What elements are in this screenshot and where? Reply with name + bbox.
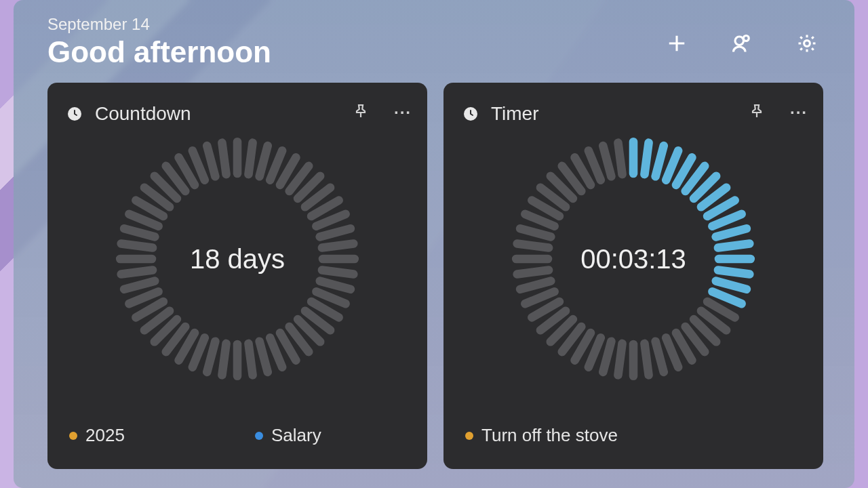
timer-value: 00:03:13 xyxy=(511,137,755,381)
card-actions: ··· xyxy=(746,102,810,123)
gear-icon xyxy=(797,33,817,56)
svg-point-0 xyxy=(735,37,744,45)
tag-label: 2025 xyxy=(85,425,125,446)
more-icon: ··· xyxy=(790,103,808,122)
card-actions: ··· xyxy=(350,102,414,123)
tag-item[interactable]: 2025 xyxy=(66,422,232,449)
sign-in-button[interactable] xyxy=(728,31,755,58)
more-icon: ··· xyxy=(394,103,412,122)
countdown-value: 18 days xyxy=(115,137,359,381)
more-button[interactable]: ··· xyxy=(788,102,810,123)
tag-dot-icon xyxy=(255,432,263,440)
widgets-panel: September 14 Good afternoon xyxy=(14,0,854,488)
timer-widget[interactable]: Timer ··· 00:03:13 Turn off the xyxy=(443,83,823,469)
card-header: Countdown xyxy=(66,103,191,125)
svg-point-2 xyxy=(804,41,810,47)
date-label: September 14 xyxy=(47,15,271,34)
plus-icon xyxy=(667,33,687,56)
pin-button[interactable] xyxy=(350,102,372,123)
tag-item[interactable]: Turn off the stove xyxy=(462,422,628,449)
card-title: Countdown xyxy=(95,103,191,125)
tag-dot-icon xyxy=(465,432,473,440)
pin-icon xyxy=(353,103,369,122)
clock-icon xyxy=(462,106,479,122)
settings-button[interactable] xyxy=(793,31,821,58)
panel-top-actions xyxy=(663,31,821,58)
timer-dial: 00:03:13 xyxy=(511,137,755,381)
tag-item[interactable]: Salary xyxy=(252,422,418,449)
add-widget-button[interactable] xyxy=(663,31,690,58)
more-button[interactable]: ··· xyxy=(392,102,414,123)
widget-cards: Countdown ··· 18 days 2025Salar xyxy=(47,83,823,469)
card-header: Timer xyxy=(462,103,539,125)
pin-icon xyxy=(749,103,765,122)
timer-tags: Turn off the stove xyxy=(462,422,628,449)
tag-dot-icon xyxy=(69,432,77,440)
countdown-dial: 18 days xyxy=(115,137,359,381)
countdown-widget[interactable]: Countdown ··· 18 days 2025Salar xyxy=(47,83,427,469)
svg-point-1 xyxy=(743,36,749,41)
pin-button[interactable] xyxy=(746,102,768,123)
tag-label: Salary xyxy=(271,425,321,446)
card-title: Timer xyxy=(491,103,539,125)
person-icon xyxy=(732,33,752,56)
clock-icon xyxy=(66,106,83,122)
greeting-label: Good afternoon xyxy=(47,35,271,69)
panel-header: September 14 Good afternoon xyxy=(47,15,271,69)
countdown-tags: 2025Salary xyxy=(66,422,418,449)
tag-label: Turn off the stove xyxy=(481,425,618,446)
